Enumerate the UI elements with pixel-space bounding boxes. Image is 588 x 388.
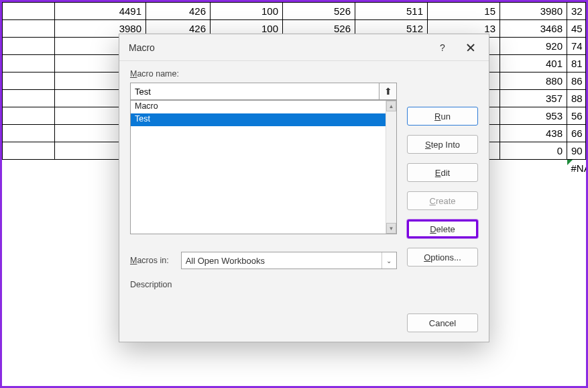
cell[interactable]: 81 (567, 55, 586, 72)
cell[interactable] (283, 352, 355, 369)
cell[interactable] (567, 334, 586, 352)
cell[interactable] (3, 38, 55, 55)
cell[interactable] (3, 230, 55, 247)
cell[interactable]: 66 (567, 125, 586, 142)
cell[interactable]: 920 (500, 38, 567, 55)
cell[interactable]: 86 (567, 72, 586, 90)
cell[interactable] (355, 352, 428, 369)
cell[interactable] (3, 317, 55, 334)
options-button[interactable]: Options... (407, 248, 478, 266)
edit-button[interactable]: Edit (407, 163, 478, 182)
cell[interactable] (567, 369, 586, 387)
cell[interactable] (3, 55, 55, 72)
cell[interactable] (146, 369, 211, 387)
cell[interactable]: 526 (283, 3, 355, 20)
cell[interactable] (3, 247, 55, 264)
cancel-button[interactable]: Cancel (407, 313, 478, 332)
cell[interactable] (3, 177, 55, 195)
cell[interactable] (428, 352, 500, 369)
cell[interactable]: 56 (567, 107, 586, 125)
cell[interactable] (3, 352, 55, 369)
cell[interactable] (500, 352, 567, 369)
macro-name-input[interactable] (130, 83, 379, 100)
cell[interactable] (3, 20, 55, 38)
cell[interactable] (567, 264, 586, 282)
cell[interactable] (500, 160, 567, 177)
cell[interactable]: 74 (567, 38, 586, 55)
cell[interactable] (567, 317, 586, 334)
cell[interactable]: 511 (355, 3, 428, 20)
cell[interactable] (500, 282, 567, 299)
cell[interactable] (355, 369, 428, 387)
cell[interactable] (500, 212, 567, 230)
cell[interactable]: 880 (500, 72, 567, 90)
cell[interactable] (3, 90, 55, 107)
cell[interactable] (567, 247, 586, 264)
cell[interactable] (211, 352, 283, 369)
cell[interactable] (3, 125, 55, 142)
cell[interactable] (500, 247, 567, 264)
cell[interactable] (55, 369, 146, 387)
cell[interactable] (3, 3, 55, 20)
help-button[interactable]: ? (428, 37, 457, 58)
cell[interactable] (500, 195, 567, 212)
cell[interactable] (567, 212, 586, 230)
cell[interactable]: 88 (567, 90, 586, 107)
cell[interactable]: 401 (500, 55, 567, 72)
cell[interactable] (500, 230, 567, 247)
macro-list-item[interactable]: Test (131, 113, 396, 126)
up-arrow-button[interactable]: ⬆ (379, 83, 397, 100)
delete-button[interactable]: Delete (407, 220, 478, 238)
cell[interactable]: 953 (500, 107, 567, 125)
scroll-up-icon[interactable]: ▲ (386, 101, 396, 111)
cell[interactable] (567, 352, 586, 369)
cell[interactable]: 100 (211, 3, 283, 20)
cell[interactable] (3, 107, 55, 125)
cell[interactable] (3, 212, 55, 230)
cell[interactable] (146, 352, 211, 369)
cell[interactable]: 438 (500, 125, 567, 142)
cell[interactable] (3, 334, 55, 352)
run-button[interactable]: Run (407, 107, 478, 126)
cell[interactable]: 90 (567, 142, 586, 160)
macro-list-item[interactable]: Macro (131, 101, 396, 113)
cell[interactable] (283, 369, 355, 387)
cell[interactable] (3, 142, 55, 160)
cell[interactable]: 3980 (500, 3, 567, 20)
macro-listbox[interactable]: MacroTest ▲ ▼ (130, 100, 397, 234)
cell[interactable] (3, 299, 55, 317)
cell[interactable]: 15 (428, 3, 500, 20)
cell[interactable]: 357 (500, 90, 567, 107)
cell[interactable] (3, 160, 55, 177)
scrollbar[interactable]: ▲ ▼ (386, 101, 396, 234)
cell[interactable] (500, 299, 567, 317)
cell[interactable] (3, 282, 55, 299)
cell[interactable] (500, 369, 567, 387)
cell[interactable] (500, 264, 567, 282)
cell[interactable] (567, 177, 586, 195)
cell[interactable]: 32 (567, 3, 586, 20)
cell[interactable] (567, 299, 586, 317)
cell[interactable]: 4491 (55, 3, 146, 20)
cell[interactable]: #NAME? (567, 160, 586, 177)
close-button[interactable] (457, 37, 485, 58)
scroll-down-icon[interactable]: ▼ (386, 223, 396, 234)
cell[interactable] (3, 369, 55, 387)
cell[interactable] (500, 317, 567, 334)
cell[interactable] (3, 264, 55, 282)
cell[interactable] (567, 282, 586, 299)
cell[interactable] (500, 334, 567, 352)
macros-in-select[interactable]: All Open Workbooks ⌄ (181, 252, 397, 269)
cell[interactable] (55, 352, 146, 369)
cell[interactable] (500, 177, 567, 195)
cell[interactable] (567, 195, 586, 212)
cell[interactable]: 426 (146, 3, 211, 20)
step-into-button[interactable]: Step Into (407, 135, 478, 154)
cell[interactable] (3, 72, 55, 90)
cell[interactable] (567, 230, 586, 247)
cell[interactable]: 3468 (500, 20, 567, 38)
dialog-titlebar[interactable]: Macro ? (119, 34, 489, 61)
cell[interactable]: 45 (567, 20, 586, 38)
cell[interactable] (428, 369, 500, 387)
cell[interactable] (211, 369, 283, 387)
